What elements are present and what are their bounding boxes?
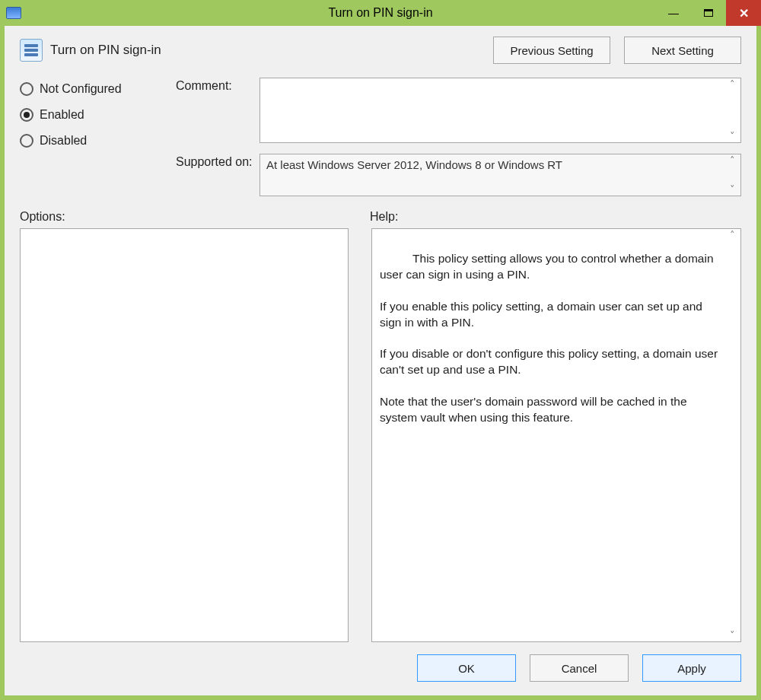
scroll-down-icon: ˅ — [727, 185, 737, 194]
help-text: This policy setting allows you to contro… — [380, 252, 721, 424]
radio-icon — [20, 82, 33, 96]
policy-editor-window: Turn on PIN sign-in — ✕ Turn on PIN sign… — [0, 0, 761, 700]
radio-icon — [20, 108, 33, 122]
radio-label: Enabled — [40, 108, 84, 122]
nav-buttons: Previous Setting Next Setting — [493, 37, 741, 64]
policy-setting-title: Turn on PIN sign-in — [50, 43, 161, 58]
state-radio-group: Not Configured Enabled Disabled — [20, 78, 161, 196]
close-button[interactable]: ✕ — [726, 0, 761, 26]
help-panel[interactable]: This policy setting allows you to contro… — [371, 228, 741, 642]
cancel-button[interactable]: Cancel — [530, 654, 629, 682]
supported-on-label: Supported on: — [176, 154, 260, 169]
ok-button[interactable]: OK — [417, 654, 516, 682]
minimize-button[interactable]: — — [656, 0, 691, 26]
comment-label: Comment: — [176, 78, 260, 93]
supported-on-value: At least Windows Server 2012, Windows 8 … — [266, 158, 562, 171]
panels-row: This policy setting allows you to contro… — [20, 228, 741, 642]
window-title: Turn on PIN sign-in — [0, 6, 761, 20]
radio-not-configured[interactable]: Not Configured — [20, 82, 161, 96]
dialog-buttons: OK Cancel Apply — [20, 654, 741, 682]
policy-setting-icon — [20, 39, 43, 62]
panel-headers: Options: Help: — [20, 210, 741, 224]
client-area: Turn on PIN sign-in Previous Setting Nex… — [5, 26, 756, 695]
options-panel[interactable] — [20, 228, 349, 642]
scroll-up-icon: ˄ — [727, 231, 737, 240]
scroll-down-icon: ˅ — [727, 631, 737, 640]
radio-disabled[interactable]: Disabled — [20, 134, 161, 148]
comment-input[interactable]: ˄ ˅ — [260, 78, 741, 143]
window-controls: — ✕ — [656, 0, 761, 26]
radio-enabled[interactable]: Enabled — [20, 108, 161, 122]
help-header: Help: — [370, 210, 398, 223]
header-row: Turn on PIN sign-in Previous Setting Nex… — [20, 37, 741, 64]
title-bar: Turn on PIN sign-in — ✕ — [0, 0, 761, 26]
apply-button[interactable]: Apply — [642, 654, 741, 682]
options-header: Options: — [20, 210, 65, 223]
radio-label: Disabled — [40, 134, 87, 148]
previous-setting-button[interactable]: Previous Setting — [493, 37, 610, 64]
maximize-icon — [704, 9, 713, 17]
metadata-fields: Comment: ˄ ˅ Supported on: At least Wind… — [176, 78, 741, 196]
config-grid: Not Configured Enabled Disabled Comment:… — [20, 78, 741, 196]
supported-on-field: At least Windows Server 2012, Windows 8 … — [260, 154, 741, 196]
app-icon — [6, 7, 21, 19]
radio-label: Not Configured — [40, 82, 122, 96]
radio-icon — [20, 134, 33, 148]
maximize-button[interactable] — [691, 0, 726, 26]
next-setting-button[interactable]: Next Setting — [624, 37, 741, 64]
scroll-up-icon: ˄ — [727, 80, 737, 89]
scroll-down-icon: ˅ — [727, 132, 737, 141]
scroll-up-icon: ˄ — [727, 156, 737, 165]
